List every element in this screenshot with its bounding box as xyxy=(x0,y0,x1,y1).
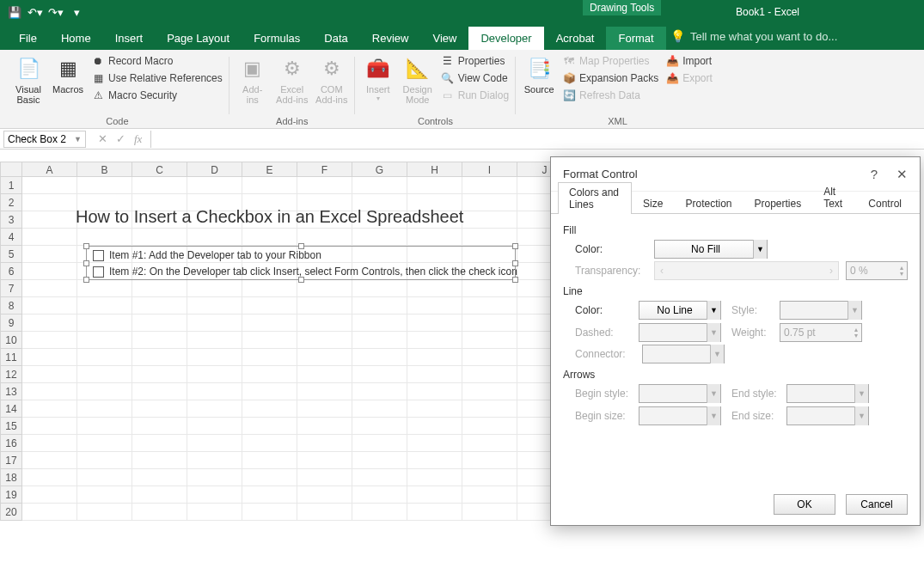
row-header[interactable]: 4 xyxy=(0,229,22,246)
col-header[interactable]: D xyxy=(187,162,242,177)
row-header[interactable]: 17 xyxy=(0,452,22,469)
gear-icon: ⚙ xyxy=(278,55,306,82)
redo-icon[interactable]: ↷▾ xyxy=(46,3,65,21)
help-icon[interactable]: ? xyxy=(871,167,878,182)
cancel-icon[interactable]: ✕ xyxy=(98,132,107,145)
row-header[interactable]: 1 xyxy=(0,177,22,194)
export-button[interactable]: 📤Export xyxy=(664,70,714,86)
row-header[interactable]: 10 xyxy=(0,332,22,349)
undo-icon[interactable]: ↶▾ xyxy=(26,3,45,21)
col-header[interactable]: C xyxy=(132,162,187,177)
resize-handle[interactable] xyxy=(512,243,518,249)
addins-button[interactable]: ▣Add- ins xyxy=(235,53,271,105)
row-header[interactable]: 14 xyxy=(0,400,22,418)
ok-button[interactable]: OK xyxy=(774,494,835,515)
tab-view[interactable]: View xyxy=(420,27,468,50)
resize-handle[interactable] xyxy=(83,277,89,283)
ruler-icon: 📐 xyxy=(404,55,431,82)
tab-insert[interactable]: Insert xyxy=(103,27,156,50)
tab-alt-text[interactable]: Alt Text xyxy=(812,181,857,213)
row-header[interactable]: 5 xyxy=(0,246,22,263)
map-properties-button[interactable]: 🗺Map Properties xyxy=(560,53,660,69)
tab-colors-lines[interactable]: Colors and Lines xyxy=(558,182,632,214)
tab-formulas[interactable]: Formulas xyxy=(242,27,312,50)
resize-handle[interactable] xyxy=(512,277,518,283)
row-header[interactable]: 8 xyxy=(0,297,22,315)
tab-page-layout[interactable]: Page Layout xyxy=(155,27,242,50)
col-header[interactable]: B xyxy=(77,162,132,177)
ribbon-tabs: File Home Insert Page Layout Formulas Da… xyxy=(0,24,924,50)
export-icon: 📤 xyxy=(665,71,679,85)
resize-handle[interactable] xyxy=(83,260,89,266)
row-header[interactable]: 20 xyxy=(0,504,22,521)
tab-size[interactable]: Size xyxy=(632,193,674,213)
design-mode-button[interactable]: 📐Design Mode xyxy=(400,53,436,105)
tab-control[interactable]: Control xyxy=(857,193,913,213)
tab-data[interactable]: Data xyxy=(312,27,359,50)
object-selection[interactable] xyxy=(86,246,516,280)
col-header[interactable]: G xyxy=(352,162,407,177)
fx-icon[interactable]: fx xyxy=(134,132,142,146)
expansion-packs-button[interactable]: 📦Expansion Packs xyxy=(560,70,660,86)
close-icon[interactable]: ✕ xyxy=(896,167,908,182)
com-addins-button[interactable]: ⚙COM Add-ins xyxy=(314,53,350,105)
fill-color-combo[interactable]: No Fill▼ xyxy=(654,240,768,259)
col-header[interactable]: A xyxy=(22,162,77,177)
insert-control-button[interactable]: 🧰Insert▾ xyxy=(360,53,396,102)
view-code-button[interactable]: 🔍View Code xyxy=(439,70,511,86)
col-header[interactable]: E xyxy=(242,162,297,177)
row-header[interactable]: 19 xyxy=(0,486,22,504)
row-header[interactable]: 11 xyxy=(0,349,22,366)
tab-acrobat[interactable]: Acrobat xyxy=(544,27,607,50)
tab-developer[interactable]: Developer xyxy=(468,27,543,50)
row-header[interactable]: 2 xyxy=(0,194,22,211)
row-header[interactable]: 16 xyxy=(0,435,22,452)
row-header[interactable]: 13 xyxy=(0,383,22,400)
import-button[interactable]: 📥Import xyxy=(664,53,714,69)
select-all-corner[interactable] xyxy=(0,162,22,177)
row-header[interactable]: 6 xyxy=(0,263,22,280)
tab-properties[interactable]: Properties xyxy=(743,193,812,213)
properties-button[interactable]: ☰Properties xyxy=(439,53,511,69)
row-header[interactable]: 7 xyxy=(0,280,22,297)
visual-basic-button[interactable]: 📄 Visual Basic xyxy=(10,53,46,105)
qat-customize-icon[interactable]: ▾ xyxy=(67,3,86,21)
row-header[interactable]: 15 xyxy=(0,418,22,435)
col-header[interactable]: H xyxy=(407,162,462,177)
title-bar: 💾 ↶▾ ↷▾ ▾ Drawing Tools Book1 - Excel xyxy=(0,0,924,24)
col-header[interactable]: I xyxy=(462,162,517,177)
refresh-data-button[interactable]: 🔄Refresh Data xyxy=(560,88,660,103)
resize-handle[interactable] xyxy=(512,260,518,266)
tab-format[interactable]: Format xyxy=(606,27,665,50)
resize-handle[interactable] xyxy=(298,277,304,283)
resize-handle[interactable] xyxy=(83,243,89,249)
tell-me-input[interactable]: 💡 Tell me what you want to do... xyxy=(670,29,837,43)
tab-file[interactable]: File xyxy=(7,27,49,50)
excel-addins-button[interactable]: ⚙Excel Add-ins xyxy=(274,53,310,105)
tab-protection[interactable]: Protection xyxy=(674,193,743,213)
chevron-right-icon: › xyxy=(829,265,833,277)
col-header[interactable]: F xyxy=(297,162,352,177)
enter-icon[interactable]: ✓ xyxy=(116,132,125,145)
macros-button[interactable]: ▦ Macros xyxy=(50,53,86,95)
line-color-combo[interactable]: No Line▼ xyxy=(639,301,721,320)
record-macro-button[interactable]: ⏺Record Macro xyxy=(89,53,224,69)
tab-review[interactable]: Review xyxy=(360,27,421,50)
relative-references-button[interactable]: ▦Use Relative References xyxy=(89,70,224,86)
source-button[interactable]: 📑Source xyxy=(521,53,557,95)
row-header[interactable]: 9 xyxy=(0,315,22,332)
line-section-label: Line xyxy=(563,285,908,297)
row-header[interactable]: 12 xyxy=(0,366,22,383)
chevron-down-icon: ▼ xyxy=(854,384,868,403)
group-addins-label: Add-ins xyxy=(235,116,350,128)
macro-security-button[interactable]: ⚠Macro Security xyxy=(89,88,224,103)
weight-spinner: 0.75 pt▴▾ xyxy=(780,323,862,342)
run-dialog-button[interactable]: ▭Run Dialog xyxy=(439,88,511,103)
save-icon[interactable]: 💾 xyxy=(5,3,24,21)
resize-handle[interactable] xyxy=(298,243,304,249)
row-header[interactable]: 18 xyxy=(0,469,22,486)
tab-home[interactable]: Home xyxy=(49,27,103,50)
row-header[interactable]: 3 xyxy=(0,211,22,229)
cancel-button[interactable]: Cancel xyxy=(846,494,908,515)
name-box[interactable]: Check Box 2▼ xyxy=(3,131,86,148)
